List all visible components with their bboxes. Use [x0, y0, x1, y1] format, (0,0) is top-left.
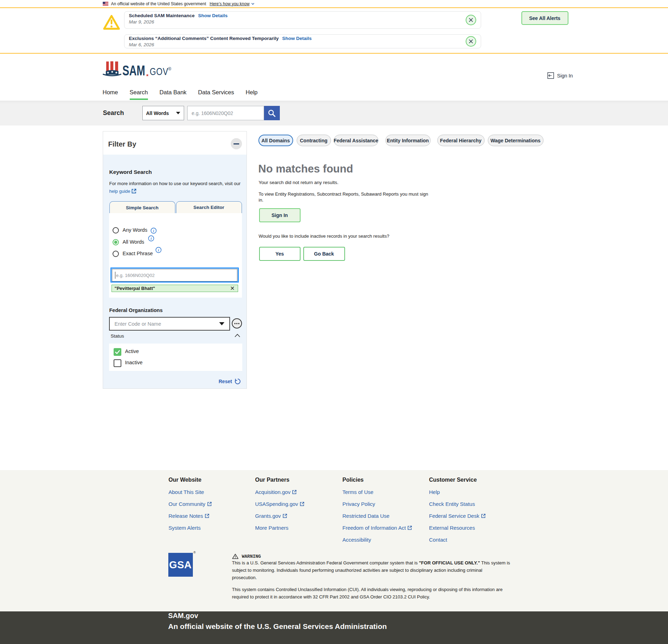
svg-text:i: i — [153, 229, 154, 233]
svg-text:i: i — [158, 248, 159, 252]
svg-text:i: i — [150, 237, 151, 240]
